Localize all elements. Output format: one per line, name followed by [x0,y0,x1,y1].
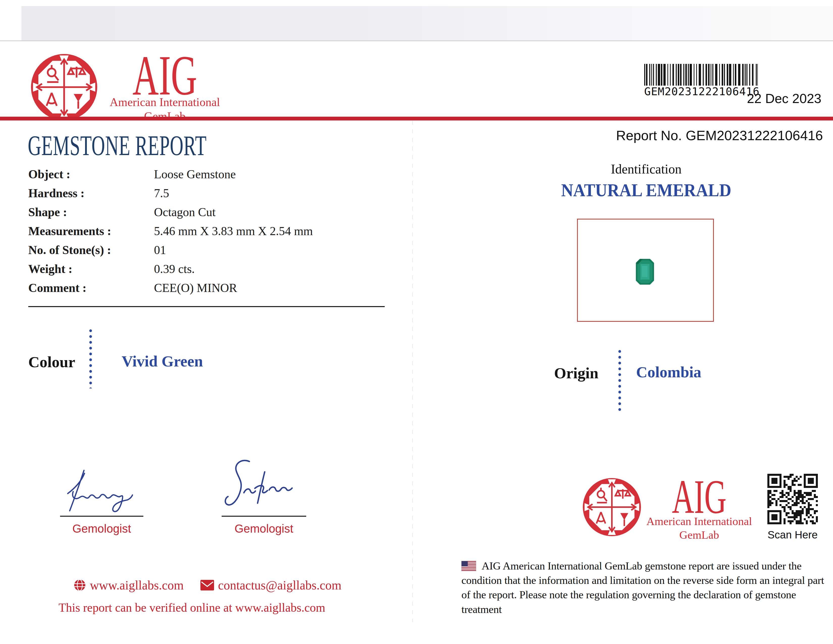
page-title: GEMSTONE REPORT [28,129,206,162]
spec-label: Measurements : [28,224,154,238]
logo-acronym: AIG [127,52,203,99]
spec-row-hardness: Hardness : 7.5 [28,186,389,205]
spec-value: 01 [154,243,166,257]
scan-artifact-band [21,6,833,40]
spec-divider [28,306,385,307]
scan-here-label: Scan Here [767,529,818,541]
header-rule [0,117,833,121]
signature-line [222,516,306,517]
scan-artifact-line [0,40,833,41]
spec-label: Object : [28,167,154,181]
signature-title: Gemologist [60,522,143,535]
spec-table: Object : Loose Gemstone Hardness : 7.5 S… [28,167,389,300]
logo-acronym: AIG [663,477,736,517]
gemologist-signature-1 [60,466,143,515]
aig-logo-text: AIG American International GemLab [106,52,224,123]
website-link: www.aigllabs.com [90,578,184,592]
colour-label: Colour [28,353,75,371]
identification-heading: Identification [479,162,813,177]
spec-label: Hardness : [28,186,154,200]
disclaimer-text: AIG American International GemLab gemsto… [462,560,824,615]
spec-value: CEE(O) MINOR [154,281,237,295]
signature-title: Gemologist [222,522,306,535]
emerald-photo [635,258,654,285]
qr-code-icon [767,474,818,524]
barcode: GEM20231222106416 [644,64,759,98]
gem-photo-frame [577,219,714,322]
spec-value: Octagon Cut [154,205,215,219]
report-date: 22 Dec 2023 [747,91,822,106]
spec-row-weight: Weight : 0.39 cts. [28,262,389,281]
footer-aig-logo [582,476,642,539]
spec-label: Comment : [28,281,154,295]
origin-dots-divider [618,349,621,411]
spec-row-stones: No. of Stone(s) : 01 [28,243,389,262]
aig-emblem-icon [30,52,98,122]
globe-icon [74,579,86,591]
spec-row-shape: Shape : Octagon Cut [28,205,389,224]
gemstone-report-page: AIG American International GemLab GEM202… [0,0,833,644]
spec-row-comment: Comment : CEE(O) MINOR [28,281,389,300]
identification-value: NATURAL EMERALD [493,180,799,201]
spec-value: 5.46 mm X 3.83 mm X 2.54 mm [154,224,313,238]
spec-value: 0.39 cts. [154,262,195,276]
signature-line [60,516,143,517]
origin-value: Colombia [636,363,701,381]
logo-gemlab: GemLab [642,528,756,541]
spec-label: Shape : [28,205,154,219]
disclaimer: AIG American International GemLab gemsto… [462,559,830,617]
gemologist-signature-2 [218,457,307,515]
spec-row-measurements: Measurements : 5.46 mm X 3.83 mm X 2.54 … [28,224,389,243]
envelope-icon [200,580,214,591]
verify-note: This report can be verified online at ww… [59,601,325,615]
spec-label: No. of Stone(s) : [28,243,154,257]
origin-label: Origin [554,364,598,382]
us-flag-icon [462,561,476,571]
spec-row-object: Object : Loose Gemstone [28,167,389,186]
logo-gemlab: GemLab [106,109,224,123]
email-link: contactus@aigllabs.com [218,578,341,592]
colour-dots-divider [89,328,92,388]
footer-aig-logo-text: AIG American International GemLab [642,477,756,541]
barcode-text: GEM20231222106416 [644,85,759,98]
spec-value: 7.5 [154,186,169,200]
spec-value: Loose Gemstone [154,167,236,181]
qr-block: Scan Here [767,474,818,541]
aig-emblem-icon [582,476,642,538]
contact-row: www.aigllabs.com contactus@aigllabs.com [74,578,341,592]
colour-value: Vivid Green [122,352,203,370]
barcode-icon [644,64,758,85]
column-divider [412,121,413,622]
aig-logo: AIG American International GemLab [30,52,98,122]
report-number: Report No. GEM20231222106416 [616,127,823,143]
spec-label: Weight : [28,262,154,276]
